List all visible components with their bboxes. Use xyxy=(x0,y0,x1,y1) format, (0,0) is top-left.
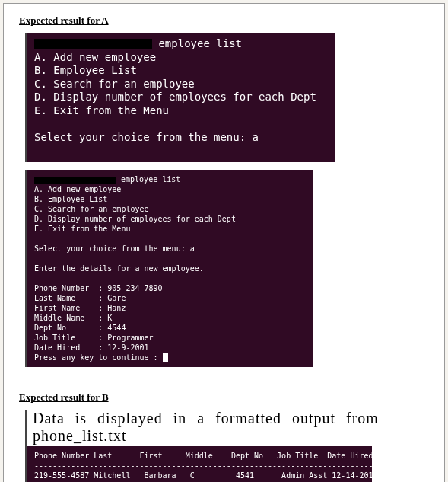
field-dept: Dept No : 4544 xyxy=(34,323,305,333)
redacted-bar xyxy=(34,177,116,184)
terminal-list-b: Phone Number Last First Middle Dept No J… xyxy=(27,446,372,483)
table-row: 219-555-4587 Mitchell Barbara C 4541 Adm… xyxy=(34,471,364,480)
document-page: Expected result for A employee list A. A… xyxy=(3,3,445,482)
continue-prompt: Press any key to continue : xyxy=(34,353,163,362)
field-job: Job Title : Programmer xyxy=(34,333,305,343)
redacted-bar xyxy=(34,39,152,49)
cursor-icon xyxy=(163,353,168,362)
menu-item-c: C. Search for an employee xyxy=(34,204,305,214)
field-hired: Date Hired : 12-9-2001 xyxy=(34,343,305,353)
table-header: Phone Number Last First Middle Dept No J… xyxy=(34,451,364,461)
field-last: Last Name : Gore xyxy=(34,293,305,303)
terminal-menu-a: employee list A. Add new employee B. Emp… xyxy=(25,33,335,162)
section-b-caption: Data is displayed in a formatted output … xyxy=(33,410,429,445)
menu-item-d: D. Display number of employees for each … xyxy=(34,91,328,104)
section-a-heading: Expected result for A xyxy=(19,14,429,27)
menu-prompt: Select your choice from the menu: a xyxy=(34,244,305,254)
divider: ----------------------------------------… xyxy=(34,461,364,471)
menu-item-e: E. Exit from the Menu xyxy=(34,104,328,118)
title-suffix: employee list xyxy=(152,37,242,49)
section-b-heading: Expected result for B xyxy=(19,391,429,404)
terminal-add-employee: employee list A. Add new employee B. Emp… xyxy=(25,170,313,367)
field-middle: Middle Name : K xyxy=(34,313,305,323)
menu-item-a: A. Add new employee xyxy=(34,51,328,65)
menu-item-a: A. Add new employee xyxy=(34,184,305,194)
menu-item-e: E. Exit from the Menu xyxy=(34,224,305,234)
menu-item-b: B. Employee List xyxy=(34,194,305,204)
menu-prompt: Select your choice from the menu: a xyxy=(34,131,328,145)
title-suffix: employee list xyxy=(116,175,180,184)
menu-item-d: D. Display number of employees for each … xyxy=(34,214,305,224)
field-first: First Name : Hanz xyxy=(34,303,305,313)
menu-item-c: C. Search for an employee xyxy=(34,78,328,91)
enter-details-text: Enter the details for a new employee. xyxy=(34,263,305,273)
field-phone: Phone Number : 905-234-7890 xyxy=(34,283,305,293)
menu-item-b: B. Employee List xyxy=(34,64,328,78)
